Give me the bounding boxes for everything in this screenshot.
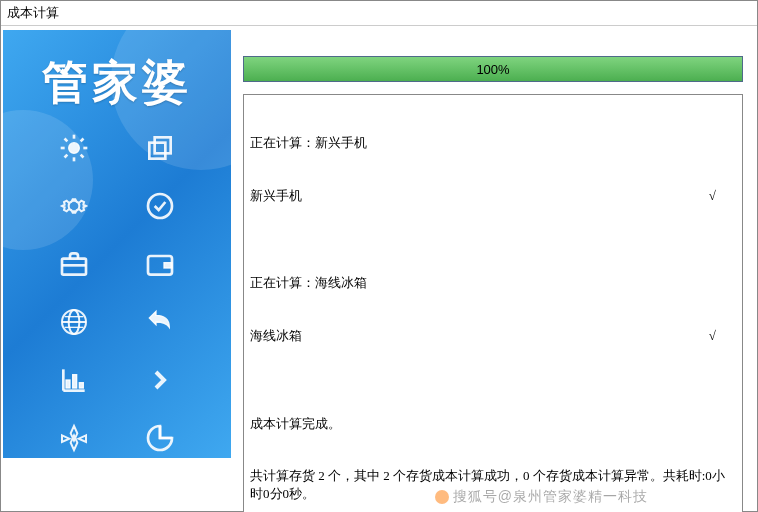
progress-label: 100%: [244, 57, 742, 81]
wallet-icon: [140, 244, 180, 284]
svg-rect-23: [66, 380, 70, 388]
undo-icon: [140, 302, 180, 342]
sun-icon: [54, 128, 94, 168]
content-area: 管家婆: [1, 26, 757, 512]
brand-name: 管家婆: [3, 30, 231, 128]
log-item: 新兴手机: [250, 187, 302, 205]
log-item: 海线冰箱: [250, 327, 302, 345]
svg-rect-10: [155, 137, 171, 153]
check-icon: [140, 186, 180, 226]
svg-rect-9: [149, 143, 165, 159]
check-mark-icon: √: [709, 187, 716, 205]
chevron-right-icon: [140, 360, 180, 400]
log-line: 正在计算：海线冰箱: [250, 274, 736, 292]
main-area: 管家婆: [1, 26, 757, 512]
svg-line-7: [65, 155, 68, 158]
svg-line-8: [81, 139, 84, 142]
svg-point-11: [148, 194, 172, 218]
log-done: 成本计算完成。: [250, 415, 736, 433]
svg-line-5: [65, 139, 68, 142]
window-title: 成本计算: [1, 1, 757, 26]
log-line: 新兴手机 √: [250, 187, 736, 205]
svg-rect-15: [164, 263, 172, 268]
pie-chart-icon: [140, 418, 180, 458]
svg-rect-25: [79, 383, 83, 388]
svg-line-6: [81, 155, 84, 158]
svg-rect-24: [73, 375, 77, 388]
briefcase-icon: [54, 244, 94, 284]
bar-chart-icon: [54, 360, 94, 400]
gear-icon: [54, 186, 94, 226]
globe-icon: [54, 302, 94, 342]
brand-sidebar: 管家婆: [3, 30, 231, 458]
progress-bar: 100%: [243, 56, 743, 82]
cost-calc-window: 成本计算 管家婆: [0, 0, 758, 512]
log-output: 正在计算：新兴手机 新兴手机 √ 正在计算：海线冰箱 海线冰箱 √ 成本计算完成…: [243, 94, 743, 512]
right-panel: 100% 正在计算：新兴手机 新兴手机 √ 正在计算：海线冰箱 海线冰箱 √: [239, 30, 751, 512]
stack-icon: [140, 128, 180, 168]
svg-point-0: [69, 143, 80, 154]
log-line: 正在计算：新兴手机: [250, 134, 736, 152]
star-icon: [54, 418, 94, 458]
icon-grid: [3, 128, 231, 458]
check-mark-icon: √: [709, 327, 716, 345]
log-line: 海线冰箱 √: [250, 327, 736, 345]
log-summary: 共计算存货 2 个，其中 2 个存货成本计算成功，0 个存货成本计算异常。共耗时…: [250, 467, 736, 502]
